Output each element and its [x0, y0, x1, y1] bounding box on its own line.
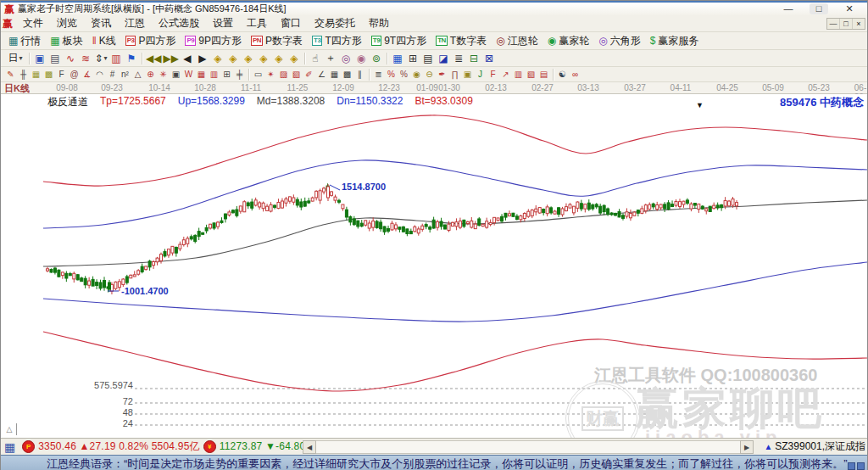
hand-tool-button[interactable]: ☝ — [308, 52, 323, 65]
export-button[interactable]: ⊟ — [466, 52, 481, 65]
diamond-shrink-v-button[interactable]: ◈ — [287, 52, 302, 65]
menu-item-9[interactable]: 帮助 — [362, 16, 396, 31]
span-marker-button[interactable]: ╪ — [233, 69, 246, 81]
market-quotes-button[interactable]: ▦行情 — [4, 33, 45, 48]
trend-zigzag-button[interactable]: ∿ — [63, 52, 78, 65]
gold-box-button[interactable]: ▣ — [461, 69, 474, 81]
red-columns-button[interactable]: ▥ — [512, 69, 525, 81]
nav-last-button[interactable]: ▶▶ — [162, 52, 179, 65]
scroll-left-button[interactable]: ◀ — [303, 440, 316, 454]
print-button[interactable]: ≣ — [451, 52, 466, 65]
window-grid-button[interactable]: ⊞ — [220, 69, 233, 81]
scrollbar-track[interactable] — [316, 440, 740, 454]
chart-window-button[interactable]: ▣ — [32, 52, 47, 65]
f-line-button[interactable]: F — [487, 69, 499, 81]
chart-area[interactable]: 江恩工具软件 QQ:100800360 赢家聊吧 jiaoba.vip 财赢 极… — [1, 94, 867, 438]
hexagon-button[interactable]: ◎六角形 — [594, 33, 644, 48]
sectors-button[interactable]: ▦板块 — [46, 33, 86, 48]
winner-wheel-button[interactable]: ◉赢家轮 — [543, 33, 593, 48]
f-marker-button[interactable]: F — [55, 69, 68, 81]
minimize-button[interactable]: — — [779, 3, 798, 14]
close-button[interactable]: ✕ — [840, 3, 859, 14]
t9-square-button[interactable]: T99T四方形 — [367, 33, 431, 48]
menu-item-8[interactable]: 交易委托 — [308, 16, 362, 31]
angle-ruler-button[interactable]: ∡ — [81, 69, 93, 81]
gold-circle-button[interactable]: ◉ — [410, 69, 423, 81]
kline-view-button[interactable]: ‖K线 — [88, 33, 120, 48]
frame-tool-button[interactable]: ∏ — [448, 69, 461, 81]
arc-tool-button[interactable]: ◠ — [93, 69, 106, 81]
black-grid2-button[interactable]: ▩ — [341, 69, 353, 81]
photo-button[interactable]: ▣ — [170, 69, 182, 81]
p-square-button[interactable]: P3P四方形 — [121, 33, 181, 48]
brush-tool-button[interactable]: ✎ — [4, 69, 17, 81]
black-grid-button[interactable]: ▦ — [328, 69, 341, 81]
burst-button[interactable]: ✳ — [157, 69, 170, 81]
winner-service-button[interactable]: $赢家服务 — [646, 33, 704, 48]
n2-tool-button[interactable]: n² — [119, 69, 131, 81]
sync-button[interactable]: ⊠ — [481, 52, 497, 65]
hatch-tool-button[interactable]: ╫ — [17, 69, 30, 81]
menu-item-4[interactable]: 公式选股 — [152, 16, 206, 31]
rays-button[interactable]: ✴ — [264, 69, 277, 81]
t-number-table-button[interactable]: TNT数字表 — [431, 33, 491, 48]
mdi-restore-button[interactable]: □ — [839, 19, 852, 29]
red-box2-button[interactable]: ▤ — [537, 69, 550, 81]
save-button[interactable]: ◪ — [436, 52, 451, 65]
trend-arrow-button[interactable]: ↗ — [499, 69, 512, 81]
columns-button[interactable]: ≣ — [372, 69, 385, 81]
nav-first-button[interactable]: ◀◀ — [145, 52, 162, 65]
mdi-minimize-button[interactable]: — — [827, 19, 839, 29]
p-number-table-button[interactable]: PNP数字表 — [247, 33, 307, 48]
scale-updown-button[interactable]: ⇕▾ — [93, 52, 108, 65]
nav-prev-button[interactable]: ◀ — [180, 52, 195, 65]
percent-retrace-button[interactable]: % — [385, 69, 398, 81]
red-grid-button[interactable]: ▦ — [195, 69, 208, 81]
hash-lines-button[interactable]: # — [106, 69, 119, 81]
menu-item-6[interactable]: 工具 — [240, 16, 274, 31]
wave-button[interactable]: W — [182, 69, 195, 81]
j-line-button[interactable]: J — [474, 69, 487, 81]
stats-tool-button[interactable]: ◉ — [353, 52, 369, 65]
period-selector[interactable]: 日 ▾ — [4, 52, 26, 65]
menu-item-5[interactable]: 设置 — [206, 16, 240, 31]
red-grid2-button[interactable]: ▥ — [208, 69, 220, 81]
fill-grid-button[interactable]: ▨ — [277, 69, 290, 81]
market-grid-icon[interactable]: ▦ — [4, 440, 15, 454]
diamond-expand-h-button[interactable]: ◈ — [241, 52, 256, 65]
angle-line-button[interactable]: ∠ — [315, 69, 328, 81]
target-button[interactable]: ⊕ — [144, 69, 157, 81]
infinity-button[interactable]: ∞ — [569, 69, 581, 81]
quote-list-button[interactable]: ▤ — [47, 52, 63, 65]
ink-brush-button[interactable]: ✒ — [436, 69, 448, 81]
red-box-button[interactable]: ▧ — [525, 69, 537, 81]
spiral-button[interactable]: @ — [68, 69, 81, 81]
mdi-close-button[interactable]: × — [852, 19, 865, 29]
menu-item-0[interactable]: 文件 — [16, 16, 50, 31]
pencil-button[interactable]: ✐ — [303, 69, 315, 81]
memo-button[interactable]: ▤ — [420, 52, 436, 65]
calendar-button[interactable]: ▦ — [390, 52, 405, 65]
crosshair-tool-button[interactable]: ＋ — [323, 52, 338, 65]
kline-region-button[interactable]: ▥ — [108, 52, 124, 65]
menu-item-1[interactable]: 浏览 — [50, 16, 84, 31]
trend-zigzag2-button[interactable]: ≋ — [78, 52, 93, 65]
gann-grid-b-button[interactable]: ▩ — [42, 69, 55, 81]
yinyang-button[interactable]: ☯ — [556, 69, 569, 81]
p9-square-button[interactable]: P99P四方形 — [181, 33, 245, 48]
menu-item-3[interactable]: 江恩 — [118, 16, 152, 31]
diamond-right-button[interactable]: ◈ — [225, 52, 241, 65]
fill-grid2-button[interactable]: ▧ — [290, 69, 303, 81]
nav-next-button[interactable]: ▶ — [195, 52, 210, 65]
calculator-button[interactable]: ⊞ — [405, 52, 420, 65]
box-select-button[interactable]: ▭ — [252, 69, 264, 81]
t-square-button[interactable]: T3T四方形 — [308, 33, 366, 48]
horizontal-scrollbar[interactable]: ◀ ▶ — [303, 440, 754, 454]
diamond-expand-v-button[interactable]: ◈ — [271, 52, 287, 65]
parallel-lines-button[interactable]: ∥ — [353, 69, 366, 81]
percent-lines-button[interactable]: % — [398, 69, 410, 81]
diamond-left-button[interactable]: ◈ — [210, 52, 225, 65]
measure-tool-button[interactable]: ◎ — [338, 52, 353, 65]
gann-wheel-button[interactable]: ◎江恩轮 — [492, 33, 542, 48]
diamond-shrink-h-button[interactable]: ◈ — [256, 52, 271, 65]
